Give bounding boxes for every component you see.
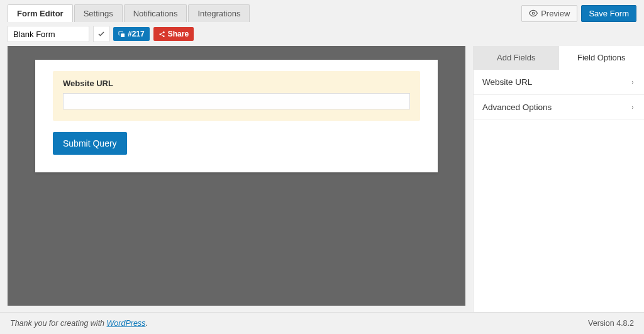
body: Website URL Submit Query Add Fields Fiel… — [0, 46, 644, 312]
footer-suffix: . — [145, 319, 147, 328]
panel-label: Website URL — [482, 77, 532, 87]
svg-line-6 — [161, 32, 163, 33]
sidebar-tab-field-options[interactable]: Field Options — [559, 46, 645, 70]
sidebar-tab-add-fields[interactable]: Add Fields — [474, 46, 559, 70]
sidebar-body: Website URL Advanced Options — [474, 70, 644, 312]
panel-website-url[interactable]: Website URL — [474, 70, 644, 95]
save-form-button[interactable]: Save Form — [581, 5, 636, 22]
form-title-input[interactable] — [8, 26, 89, 42]
share-label: Share — [168, 30, 189, 38]
field-website-url[interactable]: Website URL — [53, 71, 420, 121]
check-icon — [97, 30, 105, 38]
main-tabs: Form Editor Settings Notifications Integ… — [8, 4, 250, 22]
version-label: Version 4.8.2 — [588, 319, 634, 328]
copy-icon — [118, 31, 125, 38]
form-id-text: #217 — [128, 30, 145, 38]
preview-button[interactable]: Preview — [521, 5, 577, 22]
form-card: Website URL Submit Query — [35, 60, 438, 172]
submit-button[interactable]: Submit Query — [53, 132, 127, 155]
tab-form-editor[interactable]: Form Editor — [8, 4, 73, 22]
sidebar: Add Fields Field Options Website URL Adv… — [473, 46, 644, 312]
footer-prefix: Thank you for creating with — [10, 319, 107, 328]
svg-point-4 — [163, 35, 165, 37]
form-canvas: Website URL Submit Query — [8, 46, 465, 306]
chevron-right-icon — [630, 104, 635, 111]
tab-integrations[interactable]: Integrations — [188, 4, 250, 22]
sidebar-tabs: Add Fields Field Options — [474, 46, 644, 70]
svg-point-2 — [163, 31, 165, 33]
submit-row: Submit Query — [53, 132, 420, 155]
share-icon — [158, 31, 165, 38]
wordpress-link[interactable]: WordPress — [107, 319, 146, 328]
chevron-right-icon — [630, 79, 635, 86]
form-id-badge[interactable]: #217 — [113, 27, 150, 41]
share-button[interactable]: Share — [153, 27, 194, 41]
eye-icon — [529, 9, 538, 18]
top-bar: Form Editor Settings Notifications Integ… — [0, 0, 644, 22]
panel-advanced-options[interactable]: Advanced Options — [474, 95, 644, 120]
field-label: Website URL — [63, 79, 410, 88]
preview-label: Preview — [541, 9, 570, 18]
footer: Thank you for creating with WordPress. V… — [0, 312, 644, 334]
svg-rect-1 — [121, 33, 125, 37]
canvas-wrap: Website URL Submit Query — [0, 46, 473, 312]
svg-point-0 — [532, 12, 535, 14]
footer-credit: Thank you for creating with WordPress. — [10, 319, 148, 328]
field-input[interactable] — [63, 93, 410, 109]
svg-point-3 — [159, 33, 161, 35]
tab-notifications[interactable]: Notifications — [124, 4, 187, 22]
top-actions: Preview Save Form — [521, 5, 636, 22]
svg-line-5 — [161, 35, 163, 36]
sub-toolbar: #217 Share — [0, 22, 644, 46]
panel-label: Advanced Options — [482, 103, 552, 112]
confirm-title-button[interactable] — [93, 26, 109, 42]
tab-settings[interactable]: Settings — [74, 4, 123, 22]
